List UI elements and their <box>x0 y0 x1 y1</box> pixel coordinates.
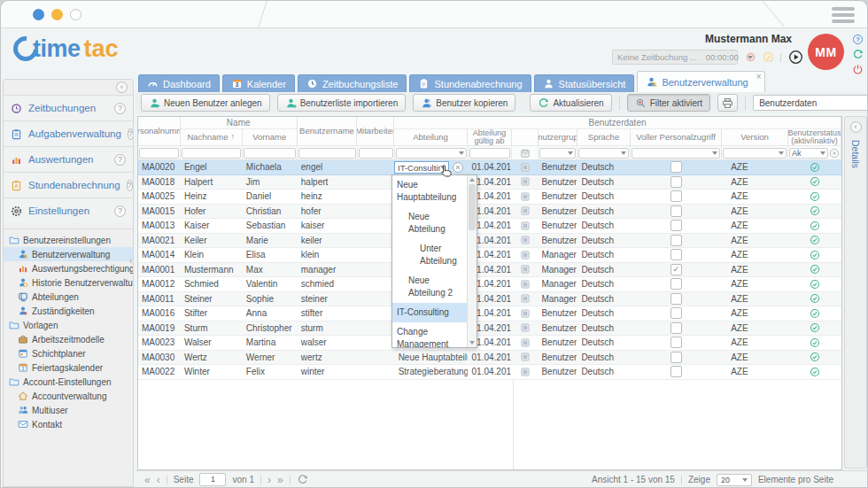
tree-item-historie-benutzerverwaltung[interactable]: Historie Benutzerverwaltung <box>4 275 133 290</box>
tree-item-benutzereinstellungen[interactable]: Benutzereinstellungen <box>4 233 133 247</box>
row-action-icon[interactable] <box>520 221 531 231</box>
row-action-icon[interactable] <box>520 205 531 216</box>
filter-status[interactable]: Ak <box>789 148 828 159</box>
row-action-icon[interactable] <box>520 235 531 245</box>
table-row-MA0025[interactable]: MA0025HeinzDanielheinz01.04.2016Benutzer… <box>138 190 841 205</box>
personalzugriff-checkbox[interactable] <box>670 278 682 290</box>
avatar[interactable]: MM <box>808 34 844 70</box>
dropdown-item-neue-abteilung-2[interactable]: Neue Abteilung 2 <box>392 271 467 303</box>
table-row-MA0020[interactable]: MA0020EngelMichaelaengel01.04.2016Benutz… <box>138 160 841 175</box>
logout-icon[interactable] <box>852 64 864 75</box>
tab-dashboard[interactable]: Dashboard <box>138 74 220 92</box>
help-icon[interactable]: ? <box>127 180 133 191</box>
row-action-icon[interactable] <box>520 162 531 173</box>
personalzugriff-checkbox[interactable] <box>670 337 682 348</box>
scroll-down-icon[interactable] <box>469 341 475 345</box>
column-header-benutzerstatus-aktiv-inaktiv-[interactable]: Benutzerstatus (aktiv/inaktiv) <box>788 129 841 145</box>
page-size-select[interactable]: 20 <box>717 474 752 486</box>
table-row-MA0021[interactable]: MA0021KeilerMariekeiler01.04.2016Benutze… <box>138 234 841 249</box>
column-header-nachname[interactable]: Nachname↑ <box>181 129 243 145</box>
column-header-abteilung-gültig-ab[interactable]: Abteilung gültig ab <box>468 129 512 145</box>
help-icon[interactable]: ? <box>114 205 126 217</box>
sidebar-section-stundenabrechnung[interactable]: AStundenabrechnung? <box>4 172 133 198</box>
table-row-MA0018[interactable]: MA0018HalpertJimhalpert01.04.2016Benutze… <box>138 175 841 190</box>
personalzugriff-checkbox[interactable] <box>670 293 682 305</box>
window-maximize-dot[interactable] <box>70 9 81 20</box>
scroll-thumb[interactable] <box>469 184 476 230</box>
filter-input[interactable] <box>469 148 511 159</box>
table-row-MA0012[interactable]: MA0012SchmiedValentinschmied01.04.2016Ma… <box>138 277 841 292</box>
benutzer-kopieren-button[interactable]: Benutzer kopieren <box>413 94 515 112</box>
filter-select[interactable] <box>578 148 629 159</box>
help-icon[interactable]: ? <box>114 103 126 114</box>
filter-select[interactable] <box>723 148 787 159</box>
personalzugriff-checkbox[interactable] <box>670 190 682 202</box>
tree-item-schichtplaner[interactable]: Schichtplaner <box>4 346 133 360</box>
last-page-button[interactable]: » <box>277 475 283 485</box>
sidebar-section-einstellungen[interactable]: Einstellungen? <box>4 198 133 223</box>
tab-stundenabrechnung[interactable]: Stundenabrechnung <box>409 74 531 92</box>
view-select[interactable]: Benutzerdaten <box>753 95 868 111</box>
tree-item-auswertungsberechtigungen[interactable]: Auswertungsberechtigungen <box>4 261 133 275</box>
row-action-icon[interactable] <box>520 367 531 377</box>
tree-item-zuständigkeiten[interactable]: Zuständigkeiten <box>4 304 133 318</box>
column-header-benutzergruppe[interactable]: Benutzergruppe <box>539 129 577 145</box>
tree-item-feiertagskalender[interactable]: 3Feiertagskalender <box>4 360 133 375</box>
personalzugriff-checkbox[interactable] <box>670 322 682 334</box>
filter-select[interactable] <box>632 148 720 159</box>
row-action-icon[interactable] <box>520 322 531 333</box>
tab-kalender[interactable]: 3Kalender <box>222 74 295 92</box>
dropdown-item-neue-hauptabteilung[interactable]: Neue Hauptabteilung <box>392 175 467 207</box>
scroll-up-icon[interactable] <box>469 178 475 182</box>
tree-item-arbeitszeitmodelle[interactable]: Arbeitszeitmodelle <box>4 332 133 346</box>
column-header-voller-personalzugriff[interactable]: Voller Personalzugriff <box>631 129 722 145</box>
row-action-icon[interactable] <box>520 337 531 348</box>
tree-item-kontakt[interactable]: Kontakt <box>4 417 133 431</box>
sidebar-section-zeitbuchungen[interactable]: Zeitbuchungen? <box>4 95 133 120</box>
tab-statusübersicht[interactable]: Statusübersicht <box>534 74 635 92</box>
refresh-grid-icon[interactable] <box>297 474 308 485</box>
dropdown-item-change-management[interactable]: Change Management <box>392 322 467 347</box>
print-button[interactable] <box>717 94 738 112</box>
column-header-vorname[interactable]: Vorname <box>243 129 298 145</box>
prev-page-button[interactable]: ‹ <box>157 475 160 485</box>
tree-item-vorlagen[interactable]: Vorlagen <box>4 318 133 332</box>
table-row-MA0011[interactable]: MA0011SteinerSophiesteiner01.04.2016Mana… <box>138 292 841 307</box>
row-action-icon[interactable] <box>520 264 531 275</box>
personalzugriff-checkbox[interactable] <box>670 176 682 188</box>
table-row-MA0013[interactable]: MA0013KaiserSebastiankaiser01.04.2016Ben… <box>138 219 841 234</box>
column-header-benutzername[interactable]: Benutzername <box>298 117 358 145</box>
start-time-tracking-icon[interactable] <box>788 50 803 65</box>
column-header-sprache[interactable]: Sprache <box>577 129 631 145</box>
window-close-dot[interactable] <box>33 9 44 20</box>
row-action-icon[interactable] <box>520 191 531 202</box>
table-row-MA0030[interactable]: MA0030WertzWernerwertzNeue Hauptabteilun… <box>138 351 841 366</box>
filter-input[interactable] <box>139 148 179 159</box>
row-action-icon[interactable] <box>520 308 531 319</box>
dropdown-item-unter-abteilung[interactable]: Unter Abteilung <box>392 239 467 271</box>
sidebar-section-auswertungen[interactable]: Auswertungen? <box>4 146 133 172</box>
personalzugriff-checkbox[interactable] <box>670 235 682 246</box>
table-row-MA0023[interactable]: MA0023WalserMartinawalser01.04.2016Benut… <box>138 336 841 351</box>
details-panel-collapsed[interactable]: ‹ Details <box>844 116 867 469</box>
first-page-button[interactable]: « <box>144 475 151 485</box>
column-header-mitarbeiter[interactable]: Mitarbeiter <box>357 117 394 145</box>
row-action-icon[interactable] <box>520 250 531 260</box>
tree-item-account-einstellungen[interactable]: Account-Einstellungen <box>4 375 133 389</box>
sidebar-section-aufgabenverwaltung[interactable]: Aufgabenverwaltung? <box>4 120 133 146</box>
refresh-icon[interactable] <box>852 49 864 60</box>
tree-item-multiuser[interactable]: Multiuser <box>4 403 133 417</box>
row-action-icon[interactable] <box>520 352 531 362</box>
splitter-collapse-icon[interactable]: ‹ <box>129 256 132 266</box>
filter-input[interactable] <box>182 148 241 159</box>
sidebar-collapse-icon[interactable]: ‹ <box>116 81 128 93</box>
benutzerliste-importieren-button[interactable]: Benutzerliste importieren <box>277 94 407 112</box>
tree-item-accountverwaltung[interactable]: Accountverwaltung <box>4 389 133 403</box>
tree-item-abteilungen[interactable]: Abteilungen <box>4 290 133 304</box>
table-row-MA0019[interactable]: MA0019SturmChristophersturm01.04.2016Ben… <box>138 321 841 337</box>
dropdown-item-it-consulting[interactable]: IT-Consulting <box>392 303 467 322</box>
table-row-MA0001[interactable]: MA0001MustermannMaxmanager01.04.2016Mana… <box>138 263 841 278</box>
personalzugriff-checkbox[interactable] <box>670 307 682 319</box>
tab-zeitbuchungsliste[interactable]: Zeitbuchungsliste <box>298 74 407 92</box>
table-row-MA0015[interactable]: MA0015HoferChristianhofer01.04.2016Benut… <box>138 205 841 220</box>
